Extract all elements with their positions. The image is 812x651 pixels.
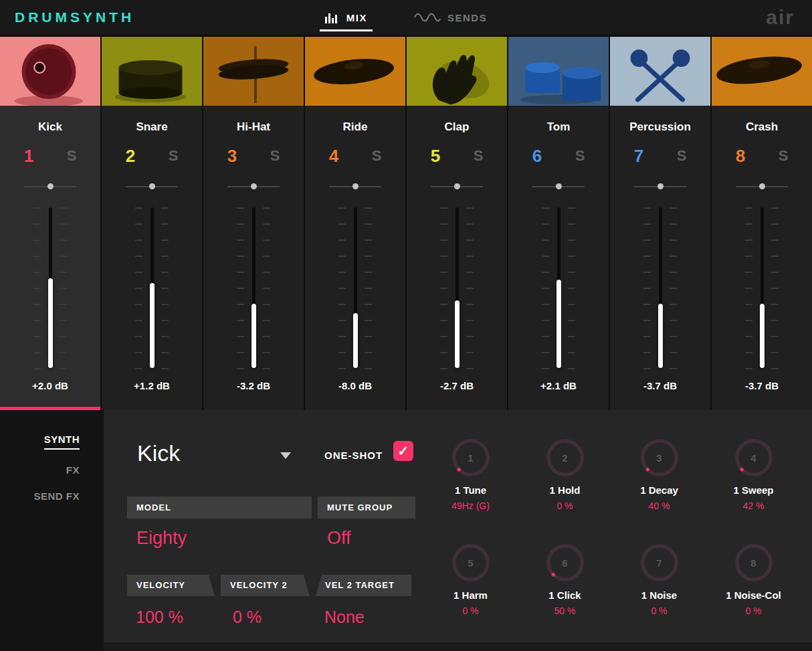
fader-handle[interactable] <box>556 280 561 368</box>
pan-slider[interactable] <box>431 183 483 190</box>
knob-value: 0 % <box>556 500 573 511</box>
pan-slider[interactable] <box>532 183 585 190</box>
mute-group-value[interactable]: Off <box>327 528 351 549</box>
channel-name: Ride <box>343 120 368 135</box>
pan-thumb[interactable] <box>454 183 460 189</box>
channel-number[interactable]: 1 <box>17 146 40 167</box>
top-bar: DRUMSYNTH MIX SENDS air <box>0 0 812 35</box>
fader-handle[interactable] <box>455 300 460 368</box>
volume-fader[interactable] <box>742 207 782 368</box>
volume-fader[interactable] <box>30 207 70 368</box>
model-field-header[interactable]: MODEL <box>127 496 312 519</box>
channel-number[interactable]: 5 <box>424 146 447 167</box>
fader-handle[interactable] <box>353 313 358 368</box>
channel-number[interactable]: 8 <box>729 146 752 167</box>
channel-strip-hihat[interactable]: Hi-Hat 3 S -3.2 dB <box>203 37 304 410</box>
vel2-target-value[interactable]: None <box>324 608 365 627</box>
sidebar-item-send-fx[interactable]: SEND FX <box>33 490 80 502</box>
knob-hold[interactable]: 2 1 Hold 0 % <box>518 437 612 542</box>
knob-tune[interactable]: 1 1 Tune 49Hz (G) <box>423 437 518 542</box>
channel-strip-snare[interactable]: Snare 2 S +1.2 dB <box>102 37 202 410</box>
channel-number[interactable]: 2 <box>119 146 142 167</box>
volume-fader[interactable] <box>233 207 274 368</box>
channel-number[interactable]: 7 <box>627 146 650 167</box>
solo-button[interactable]: S <box>162 147 185 165</box>
pan-thumb[interactable] <box>251 183 257 189</box>
volume-fader[interactable] <box>132 207 172 368</box>
volume-fader[interactable] <box>437 207 477 368</box>
channel-thumb-percussion[interactable] <box>610 37 710 106</box>
knob-noise-col[interactable]: 8 1 Noise-Col 0 % <box>706 542 801 647</box>
knob-noise[interactable]: 7 1 Noise 0 % <box>612 542 706 647</box>
one-shot-checkbox[interactable]: ✓ <box>393 441 413 461</box>
volume-fader[interactable] <box>640 207 680 368</box>
pan-thumb[interactable] <box>149 183 155 189</box>
channel-db-value: +1.2 dB <box>134 380 170 391</box>
pan-slider[interactable] <box>329 183 381 190</box>
channel-strip-ride[interactable]: Ride 4 S -8.0 dB <box>305 37 405 410</box>
channel-strip-tom[interactable]: Tom 6 S +2.1 dB <box>508 37 609 410</box>
pan-slider[interactable] <box>736 183 788 190</box>
channel-number[interactable]: 4 <box>322 146 345 167</box>
one-shot-label: ONE-SHOT <box>324 450 383 461</box>
channel-thumb-clap[interactable] <box>407 37 507 106</box>
channel-number[interactable]: 3 <box>221 146 243 167</box>
channel-thumb-snare[interactable] <box>102 37 202 106</box>
fader-ticks-left <box>338 207 346 369</box>
channel-strip-kick[interactable]: Kick 1 S +2.0 dB <box>0 37 100 410</box>
solo-button[interactable]: S <box>365 147 388 165</box>
preset-selector[interactable]: Kick <box>137 440 291 466</box>
pan-thumb[interactable] <box>47 183 54 189</box>
channel-thumb-crash[interactable] <box>712 37 812 106</box>
velocity-value[interactable]: 100 % <box>136 608 183 627</box>
channel-number[interactable]: 6 <box>526 146 548 167</box>
sidebar-item-synth[interactable]: SYNTH <box>44 434 80 450</box>
pan-slider[interactable] <box>24 183 76 190</box>
fader-handle[interactable] <box>150 283 155 368</box>
volume-fader[interactable] <box>335 207 375 368</box>
fader-handle[interactable] <box>48 278 53 368</box>
model-value[interactable]: Eighty <box>136 528 187 549</box>
fader-handle[interactable] <box>658 304 663 368</box>
fader-ticks-left <box>745 207 752 369</box>
pan-slider[interactable] <box>634 183 686 190</box>
pan-thumb[interactable] <box>657 183 664 189</box>
pan-slider[interactable] <box>227 183 280 190</box>
solo-button[interactable]: S <box>467 147 490 165</box>
solo-button[interactable]: S <box>264 147 286 165</box>
knob-sweep[interactable]: 4 1 Sweep 42 % <box>706 437 801 542</box>
solo-button[interactable]: S <box>569 147 591 165</box>
channel-thumb-hihat[interactable] <box>203 37 304 106</box>
knob-harm[interactable]: 5 1 Harm 0 % <box>423 542 518 647</box>
channel-number-row: 4 S <box>305 145 405 167</box>
sidebar-item-fx[interactable]: FX <box>66 464 80 476</box>
pan-thumb[interactable] <box>759 183 765 189</box>
channel-strip-clap[interactable]: Clap 5 S -2.7 dB <box>407 37 507 410</box>
channel-thumb-kick[interactable] <box>0 37 100 106</box>
velocity-field-header[interactable]: VELOCITY <box>127 575 215 596</box>
velocity2-field-header[interactable]: VELOCITY 2 <box>221 575 310 596</box>
channel-number-row: 2 S <box>102 145 202 167</box>
chevron-down-icon[interactable] <box>280 452 291 459</box>
tab-mix[interactable]: MIX <box>325 0 367 35</box>
solo-button[interactable]: S <box>772 147 795 165</box>
channel-thumb-tom[interactable] <box>508 37 609 106</box>
pan-thumb[interactable] <box>352 183 359 189</box>
channel-thumb-ride[interactable] <box>305 37 405 106</box>
mute-group-field-header[interactable]: MUTE GROUP <box>318 496 415 519</box>
knob-click[interactable]: 6 1 Click 50 % <box>518 542 612 647</box>
volume-fader[interactable] <box>538 207 579 368</box>
solo-button[interactable]: S <box>60 147 83 165</box>
channel-strip-crash[interactable]: Crash 8 S -3.7 dB <box>712 37 812 410</box>
pan-slider[interactable] <box>126 183 178 190</box>
fader-handle[interactable] <box>251 304 256 368</box>
pan-thumb[interactable] <box>556 183 562 189</box>
field-label: VELOCITY <box>136 580 185 590</box>
channel-strip-percussion[interactable]: Percussion 7 S -3.7 dB <box>610 37 710 410</box>
knob-decay[interactable]: 3 1 Decay 40 % <box>612 437 706 542</box>
solo-button[interactable]: S <box>670 147 693 165</box>
fader-handle[interactable] <box>760 304 765 368</box>
vel2-target-field-header[interactable]: VEL 2 TARGET <box>316 575 411 596</box>
tab-sends[interactable]: SENDS <box>414 0 487 35</box>
velocity2-value[interactable]: 0 % <box>233 608 262 627</box>
